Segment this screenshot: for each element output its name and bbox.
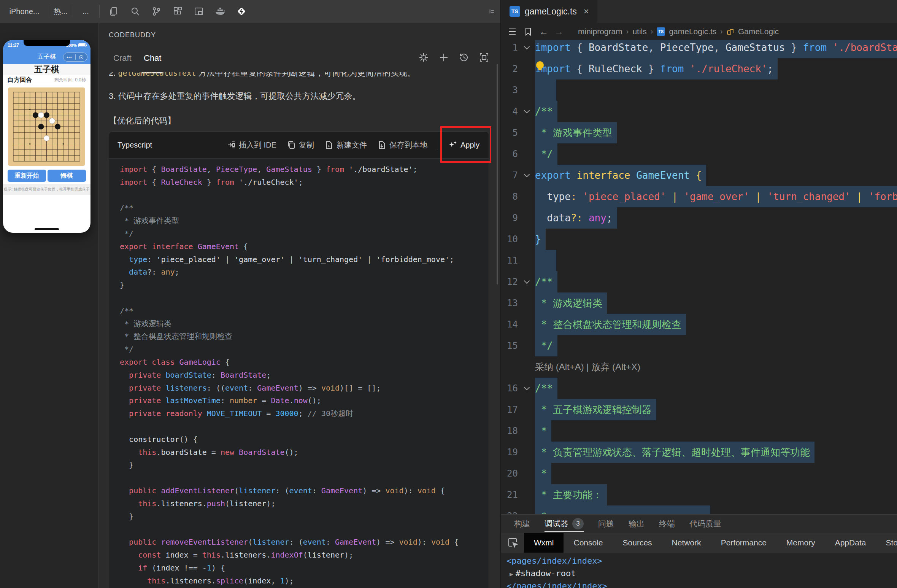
code-line: export interface GameEvent { xyxy=(120,240,489,253)
tab-craft[interactable]: Craft xyxy=(113,53,132,63)
editor-line-3: 3 xyxy=(501,79,897,101)
undo-button[interactable]: 悔棋 xyxy=(48,170,86,182)
breadcrumb-utils[interactable]: utils xyxy=(632,27,646,36)
compile-mode-selector[interactable]: 热... xyxy=(49,0,72,23)
dom-tree-line[interactable]: ▶#shadow-root xyxy=(510,569,576,578)
panel-tab-问题[interactable]: 问题 xyxy=(598,515,614,533)
panel-toggle-icon[interactable] xyxy=(489,6,500,17)
sparkle-icon xyxy=(448,140,457,149)
inspect-element-icon[interactable] xyxy=(507,536,519,549)
fold-chevron-icon[interactable] xyxy=(524,385,530,391)
code-line: * 游戏事件类型 xyxy=(120,215,489,227)
panel-tab-输出[interactable]: 输出 xyxy=(629,515,645,533)
apply-button[interactable]: Apply xyxy=(448,140,479,149)
home-indicator[interactable] xyxy=(35,228,59,230)
more-menu-button[interactable]: ... xyxy=(72,0,99,23)
bookmark-icon[interactable] xyxy=(523,27,533,37)
line-number: 13 xyxy=(501,292,518,314)
hint-text: 提示: 触摸棋盘可预览落子位置，松开手指完成落子 xyxy=(3,184,90,195)
nav-back-icon[interactable]: ← xyxy=(539,26,548,37)
fold-chevron-icon[interactable] xyxy=(524,172,530,178)
code-line: type: 'piece_placed' | 'game_over' | 'tu… xyxy=(120,253,489,266)
capsule-more-icon[interactable]: ••• xyxy=(64,53,75,61)
extensions-icon[interactable] xyxy=(172,6,183,17)
codebuddy-logo[interactable] xyxy=(236,6,247,17)
history-icon[interactable] xyxy=(459,52,469,62)
devtools-tab-Sources[interactable]: Sources xyxy=(613,533,662,553)
devtools-tab-Wxml[interactable]: Wxml xyxy=(524,533,564,553)
editor-line-18: 18 * xyxy=(501,420,897,442)
fold-chevron-icon[interactable] xyxy=(524,108,530,114)
devtools-tab-Performance[interactable]: Performance xyxy=(711,533,776,553)
code-line: } xyxy=(120,510,489,523)
editor-code-area[interactable]: 1import { BoardState, PieceType, GameSta… xyxy=(501,40,897,514)
code-line xyxy=(120,292,489,305)
devtools-tab-Storage[interactable]: Storage xyxy=(876,533,897,553)
code-line: } xyxy=(120,279,489,292)
status-time: 11:27 xyxy=(8,43,19,48)
line-number: 5 xyxy=(501,122,518,143)
breadcrumb-file[interactable]: gameLogic.ts xyxy=(669,27,716,36)
white-stone xyxy=(49,118,55,124)
panel-tab-代码质量[interactable]: 代码质量 xyxy=(689,515,721,533)
fold-chevron-icon[interactable] xyxy=(524,44,530,50)
breadcrumb-symbol[interactable]: GameLogic xyxy=(738,27,779,36)
capsule-close-icon[interactable] xyxy=(76,55,87,59)
chat-scroll-area[interactable]: 2. getGameStatusText 方法中存在重复的条件判断逻辑，可简化为… xyxy=(98,72,500,588)
code-line: private readonly MOVE_TIMEOUT = 30000; /… xyxy=(120,407,489,420)
wxml-dom-tree[interactable]: <pages/index/index>▶#shadow-root</pages/… xyxy=(501,553,897,588)
chat-message-item2: 2. getGameStatusText 方法中存在重复的条件判断逻辑，可简化为… xyxy=(109,72,485,79)
codeblock-button-3[interactable]: 保存到本地 xyxy=(377,140,427,150)
new-chat-plus-icon[interactable] xyxy=(439,52,449,62)
restart-button[interactable]: 重新开始 xyxy=(8,170,46,182)
chat-scrollbar[interactable] xyxy=(497,64,498,284)
layout-icon[interactable] xyxy=(193,6,205,17)
outline-list-icon[interactable] xyxy=(507,27,517,37)
devtools-tab-Memory[interactable]: Memory xyxy=(776,533,825,553)
phone-simulator: 11:27 100% 五子棋 ••• 五子棋 白方回合 剩余时间: 0.0秒 xyxy=(3,40,90,233)
breadcrumb-miniprogram[interactable]: miniprogram xyxy=(578,27,622,36)
codeblock-button-0[interactable]: 插入到 IDE xyxy=(227,140,276,150)
gomoku-board[interactable] xyxy=(8,87,85,166)
editor-line-4: 4/** xyxy=(501,101,897,122)
editor-line-5: 5 * 游戏事件类型 xyxy=(501,122,897,143)
dom-tree-line[interactable]: <pages/index/index> xyxy=(506,556,602,566)
codeblock-button-2[interactable]: 新建文件 xyxy=(324,140,367,150)
device-selector[interactable]: iPhone... xyxy=(0,0,49,23)
devtools-tab-Console[interactable]: Console xyxy=(564,533,613,553)
tab-chat[interactable]: Chat xyxy=(144,53,161,63)
editor-line-12: 12/** xyxy=(501,271,897,292)
code-block-body: import { BoardState, PieceType, GameStat… xyxy=(109,159,489,587)
panel-tab-调试器[interactable]: 调试器3 xyxy=(545,515,584,533)
dom-tree-line[interactable]: </pages/index/index> xyxy=(506,581,607,588)
code-line: this.boardState = new BoardState(); xyxy=(120,446,489,459)
black-stone xyxy=(38,124,44,130)
line-number: 7 xyxy=(501,165,518,186)
devtools-tab-AppData[interactable]: AppData xyxy=(825,533,876,553)
panel-tab-构建[interactable]: 构建 xyxy=(514,515,530,533)
devtools-tab-Network[interactable]: Network xyxy=(662,533,711,553)
settings-gear-icon[interactable] xyxy=(419,52,429,62)
copy-icon xyxy=(287,140,296,149)
close-tab-icon[interactable]: × xyxy=(584,6,589,17)
pages-icon[interactable] xyxy=(108,6,119,17)
code-line: export class GameLogic { xyxy=(120,356,489,369)
panel-tab-终端[interactable]: 终端 xyxy=(659,515,675,533)
git-branch-icon[interactable] xyxy=(151,6,162,17)
battery-icon xyxy=(78,43,86,47)
wechat-capsule[interactable]: ••• xyxy=(63,52,87,62)
editor-line-17: 17 * 五子棋游戏逻辑控制器 xyxy=(501,399,897,420)
inline-accept-bar[interactable]: 采纳 (Alt+A) | 放弃 (Alt+X) xyxy=(535,356,640,378)
lightbulb-icon[interactable] xyxy=(536,61,544,69)
docker-icon[interactable] xyxy=(214,6,226,17)
fold-chevron-icon[interactable] xyxy=(524,278,530,284)
codeblock-button-1[interactable]: 复制 xyxy=(287,140,314,150)
code-line: data?: any; xyxy=(120,266,489,279)
nav-forward-icon[interactable]: → xyxy=(554,26,564,37)
editor-tab-gamelogic[interactable]: TS gameLogic.ts × xyxy=(501,0,597,23)
search-icon[interactable] xyxy=(129,6,141,17)
expand-icon[interactable] xyxy=(479,52,489,62)
line-number: 8 xyxy=(501,186,518,207)
black-stone xyxy=(33,112,38,118)
expand-arrow-icon[interactable]: ▶ xyxy=(510,571,513,578)
